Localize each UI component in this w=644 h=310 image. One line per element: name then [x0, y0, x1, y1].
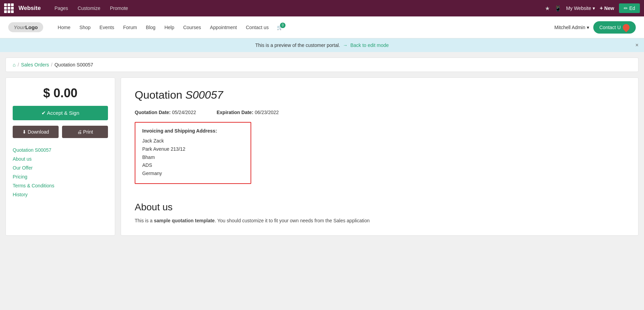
quotation-date-block: Quotation Date: 05/24/2022: [135, 110, 196, 115]
website-nav-links: Home Shop Events Forum Blog Help Courses…: [54, 22, 550, 33]
document-area: Quotation S00057 Quotation Date: 05/24/2…: [121, 77, 639, 236]
address-lines: Jack Zack Park Avenue 213/12 Bham ADS Ge…: [142, 137, 244, 178]
user-dropdown[interactable]: Mitchell Admin ▾: [554, 25, 589, 30]
cart-icon[interactable]: 🛒 0: [277, 25, 283, 30]
breadcrumb-sep1: /: [17, 62, 19, 67]
address-region: ADS: [142, 161, 244, 170]
nav-contact-us[interactable]: Contact us: [242, 22, 272, 33]
doc-title-prefix: Quotation: [135, 89, 185, 101]
topbar-nav-promote[interactable]: Promote: [106, 3, 132, 13]
breadcrumb-sep2: /: [51, 62, 52, 67]
breadcrumb-current: Quotation S00057: [54, 62, 93, 67]
edit-button[interactable]: ✏ Ed: [619, 3, 640, 13]
pencil-icon: ✏: [624, 5, 628, 11]
contact-us-button[interactable]: Contact U: [593, 21, 636, 34]
my-website-dropdown[interactable]: My Website ▾: [566, 5, 595, 11]
back-to-edit-link[interactable]: Back to edit mode: [350, 42, 389, 48]
print-button[interactable]: 🖨 Print: [62, 126, 108, 138]
logo-your: Your: [14, 24, 25, 30]
download-button[interactable]: ⬇ Download: [13, 126, 59, 138]
sidebar-link-pricing[interactable]: Pricing: [13, 173, 108, 181]
topbar-nav-pages[interactable]: Pages: [50, 3, 72, 13]
nav-blog[interactable]: Blog: [143, 22, 159, 33]
sidebar-link-offer[interactable]: Our Offer: [13, 164, 108, 172]
sidebar: $ 0.00 ✔ Accept & Sign ⬇ Download 🖨 Prin…: [5, 77, 115, 236]
address-label: Invoicing and Shipping Address:: [142, 128, 244, 134]
about-us-title: About us: [135, 202, 624, 213]
grid-menu-icon[interactable]: [4, 3, 14, 13]
price-display: $ 0.00: [43, 86, 77, 100]
main-content: $ 0.00 ✔ Accept & Sign ⬇ Download 🖨 Prin…: [0, 77, 644, 241]
nav-events[interactable]: Events: [96, 22, 118, 33]
expiration-date-block: Expiration Date: 06/23/2022: [217, 110, 279, 115]
breadcrumb-home-icon[interactable]: ⌂: [13, 62, 15, 67]
nav-shop[interactable]: Shop: [76, 22, 94, 33]
preview-banner: This is a preview of the customer portal…: [0, 38, 644, 52]
address-country: Germany: [142, 170, 244, 178]
sidebar-links: Quotation S00057 About us Our Offer Pric…: [13, 146, 108, 198]
nav-appointment[interactable]: Appointment: [207, 22, 241, 33]
breadcrumb-sales-orders[interactable]: Sales Orders: [21, 62, 49, 67]
nav-home[interactable]: Home: [54, 22, 74, 33]
new-button[interactable]: + New: [600, 5, 614, 11]
website-nav: YourLogo Home Shop Events Forum Blog Hel…: [0, 16, 644, 38]
nav-forum[interactable]: Forum: [120, 22, 140, 33]
about-us-text: This is a sample quotation template. You…: [135, 217, 624, 224]
chevron-down-icon: ▾: [593, 5, 595, 11]
close-banner-button[interactable]: ×: [635, 42, 639, 48]
about-us-bold: sample quotation template: [154, 218, 215, 223]
accept-sign-button[interactable]: ✔ Accept & Sign: [13, 106, 108, 120]
expiration-date-value: 06/23/2022: [255, 110, 279, 115]
doc-dates: Quotation Date: 05/24/2022 Expiration Da…: [135, 110, 624, 115]
breadcrumb: ⌂ / Sales Orders / Quotation S00057: [5, 58, 639, 72]
address-box: Invoicing and Shipping Address: Jack Zac…: [135, 122, 251, 184]
cart-badge: 0: [280, 23, 285, 28]
expiration-date-label: Expiration Date:: [217, 110, 253, 115]
action-buttons: ⬇ Download 🖨 Print: [13, 126, 108, 138]
sidebar-link-terms[interactable]: Terms & Conditions: [13, 182, 108, 189]
drop-icon: [621, 22, 631, 32]
sidebar-link-quotation[interactable]: Quotation S00057: [13, 146, 108, 154]
doc-title: Quotation S00057: [135, 89, 624, 101]
nav-help[interactable]: Help: [161, 22, 178, 33]
sidebar-link-history[interactable]: History: [13, 191, 108, 198]
arrow-icon: →: [343, 42, 348, 48]
mobile-icon[interactable]: 📱: [555, 5, 561, 12]
topbar-title: Website: [19, 5, 41, 12]
topbar-right: ★ 📱 My Website ▾ + New ✏ Ed: [545, 3, 640, 13]
about-us-suffix: . You should customize it to fit your ow…: [215, 218, 369, 223]
topbar-nav: Pages Customize Promote: [50, 3, 542, 13]
quotation-date-label: Quotation Date:: [135, 110, 171, 115]
quotation-date-value: 05/24/2022: [172, 110, 196, 115]
address-city: Bham: [142, 153, 244, 162]
preview-text: This is a preview of the customer portal…: [255, 42, 340, 48]
nav-courses[interactable]: Courses: [180, 22, 204, 33]
doc-title-id: S00057: [185, 89, 223, 101]
top-bar: Website Pages Customize Promote ★ 📱 My W…: [0, 0, 644, 16]
about-us-section: About us This is a sample quotation temp…: [135, 202, 624, 224]
sidebar-link-about[interactable]: About us: [13, 155, 108, 163]
address-name: Jack Zack: [142, 137, 244, 145]
topbar-nav-customize[interactable]: Customize: [74, 3, 105, 13]
logo: YourLogo: [8, 22, 43, 32]
logo-text: Logo: [25, 24, 38, 30]
chevron-down-icon: ▾: [587, 25, 589, 30]
address-line1: Park Avenue 213/12: [142, 145, 244, 153]
star-icon[interactable]: ★: [545, 5, 550, 12]
about-us-prefix: This is a: [135, 218, 154, 223]
